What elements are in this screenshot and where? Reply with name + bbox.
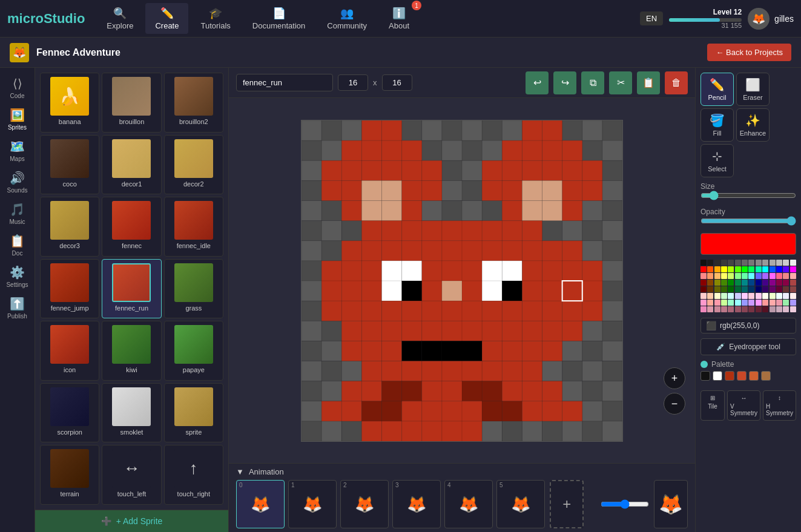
sprite-item-fennec_jump[interactable]: fennec_jump (40, 259, 99, 319)
delete-button[interactable]: 🗑 (665, 71, 688, 94)
saved-color-4[interactable] (749, 371, 759, 381)
tile-button[interactable]: ⊞ Tile (700, 390, 725, 421)
palette-color-6-10[interactable] (770, 300, 776, 306)
palette-color-6-12[interactable] (783, 300, 789, 306)
palette-color-7-0[interactable] (700, 306, 707, 312)
palette-color-4-5[interactable] (735, 286, 741, 292)
palette-color-5-4[interactable] (728, 293, 734, 299)
palette-color-6-9[interactable] (762, 300, 768, 306)
palette-color-3-13[interactable] (790, 280, 796, 286)
sidebar-item-maps[interactable]: 🗺️ Maps (2, 136, 33, 166)
palette-color-6-3[interactable] (721, 300, 727, 306)
palette-color-0-8[interactable] (756, 260, 762, 266)
palette-color-1-4[interactable] (728, 266, 734, 272)
palette-color-3-11[interactable] (776, 280, 782, 286)
palette-color-4-0[interactable] (700, 286, 707, 292)
language-button[interactable]: EN (640, 11, 663, 25)
palette-color-3-3[interactable] (721, 280, 727, 286)
palette-color-2-3[interactable] (721, 273, 727, 279)
sprite-item-smoklet[interactable]: smoklet (102, 383, 161, 443)
palette-color-0-12[interactable] (783, 260, 789, 266)
palette-color-6-2[interactable] (714, 300, 720, 306)
palette-color-2-6[interactable] (742, 273, 748, 279)
palette-color-5-8[interactable] (756, 293, 762, 299)
paste-button[interactable]: 📋 (637, 71, 660, 94)
palette-color-3-2[interactable] (714, 280, 720, 286)
sprite-item-scorpion[interactable]: scorpion (40, 383, 99, 443)
select-tool[interactable]: ⊹ Select (700, 144, 734, 177)
palette-color-7-8[interactable] (756, 306, 762, 312)
palette-color-0-3[interactable] (721, 260, 727, 266)
palette-color-3-8[interactable] (756, 280, 762, 286)
sprite-item-touch_right[interactable]: ↑ touch_right (164, 445, 223, 505)
palette-color-0-2[interactable] (714, 260, 720, 266)
palette-color-1-2[interactable] (714, 266, 720, 272)
anim-frame-0[interactable]: 0 🦊 (236, 480, 285, 528)
palette-color-7-13[interactable] (790, 306, 796, 312)
palette-color-7-5[interactable] (735, 306, 741, 312)
opacity-slider[interactable] (700, 216, 796, 226)
anim-frame-5[interactable]: 5 🦊 (496, 480, 545, 528)
palette-color-2-5[interactable] (735, 273, 741, 279)
back-to-projects-button[interactable]: ← Back to Projects (707, 44, 791, 61)
color-copy-icon[interactable]: ⬛ (706, 321, 716, 330)
palette-color-6-4[interactable] (728, 300, 734, 306)
palette-color-0-13[interactable] (790, 260, 796, 266)
nav-item-tutorials[interactable]: 🎓 Tutorials (191, 3, 240, 34)
palette-color-4-6[interactable] (742, 286, 748, 292)
palette-color-0-6[interactable] (742, 260, 748, 266)
sidebar-item-sounds[interactable]: 🔊 Sounds (2, 167, 33, 197)
palette-color-3-12[interactable] (783, 280, 789, 286)
sprite-item-touch_left[interactable]: ↔️ touch_left (102, 445, 161, 505)
anim-frame-1[interactable]: 1 🦊 (288, 480, 337, 528)
sidebar-item-sprites[interactable]: 🖼️ Sprites (2, 104, 33, 134)
saved-color-0[interactable] (700, 371, 710, 381)
palette-color-0-11[interactable] (776, 260, 782, 266)
palette-color-7-4[interactable] (728, 306, 734, 312)
pencil-tool[interactable]: ✏️ Pencil (700, 73, 734, 106)
palette-color-4-9[interactable] (762, 286, 768, 292)
v-symmetry-button[interactable]: ↔ V Symmetry (727, 390, 760, 421)
sprite-item-coco[interactable]: coco (40, 135, 99, 195)
palette-color-5-5[interactable] (735, 293, 741, 299)
size-slider[interactable] (700, 191, 796, 200)
palette-color-5-2[interactable] (714, 293, 720, 299)
palette-color-4-2[interactable] (714, 286, 720, 292)
palette-color-4-11[interactable] (776, 286, 782, 292)
palette-color-5-0[interactable] (700, 293, 707, 299)
palette-color-7-2[interactable] (714, 306, 720, 312)
fill-tool[interactable]: 🪣 Fill (700, 108, 734, 142)
palette-color-2-2[interactable] (714, 273, 720, 279)
eraser-tool[interactable]: ⬜ Eraser (736, 73, 770, 106)
palette-color-0-0[interactable] (700, 260, 707, 266)
palette-color-2-13[interactable] (790, 273, 796, 279)
palette-color-4-12[interactable] (783, 286, 789, 292)
palette-color-4-10[interactable] (770, 286, 776, 292)
palette-color-2-12[interactable] (783, 273, 789, 279)
sprite-item-brouillon2[interactable]: brouillon2 (164, 73, 223, 133)
palette-color-6-7[interactable] (748, 300, 754, 306)
palette-color-2-10[interactable] (770, 273, 776, 279)
saved-color-3[interactable] (737, 371, 747, 381)
width-input[interactable] (338, 74, 368, 91)
palette-color-5-9[interactable] (762, 293, 768, 299)
sprite-item-kiwi[interactable]: kiwi (102, 321, 161, 381)
palette-color-7-3[interactable] (721, 306, 727, 312)
palette-color-3-7[interactable] (748, 280, 754, 286)
zoom-in-button[interactable]: + (664, 367, 685, 389)
h-symmetry-button[interactable]: ↕ H Symmetry (763, 390, 796, 421)
palette-color-2-1[interactable] (707, 273, 713, 279)
palette-color-5-7[interactable] (748, 293, 754, 299)
sprite-item-icon[interactable]: icon (40, 321, 99, 381)
palette-color-1-12[interactable] (783, 266, 789, 272)
sprite-item-papaye[interactable]: papaye (164, 321, 223, 381)
palette-color-7-11[interactable] (776, 306, 782, 312)
sprite-name-input[interactable] (236, 74, 333, 91)
palette-color-3-9[interactable] (762, 280, 768, 286)
palette-color-5-11[interactable] (776, 293, 782, 299)
palette-color-6-5[interactable] (735, 300, 741, 306)
palette-color-1-10[interactable] (770, 266, 776, 272)
palette-color-6-8[interactable] (756, 300, 762, 306)
sidebar-item-doc[interactable]: 📋 Doc (2, 230, 33, 260)
palette-color-1-11[interactable] (776, 266, 782, 272)
